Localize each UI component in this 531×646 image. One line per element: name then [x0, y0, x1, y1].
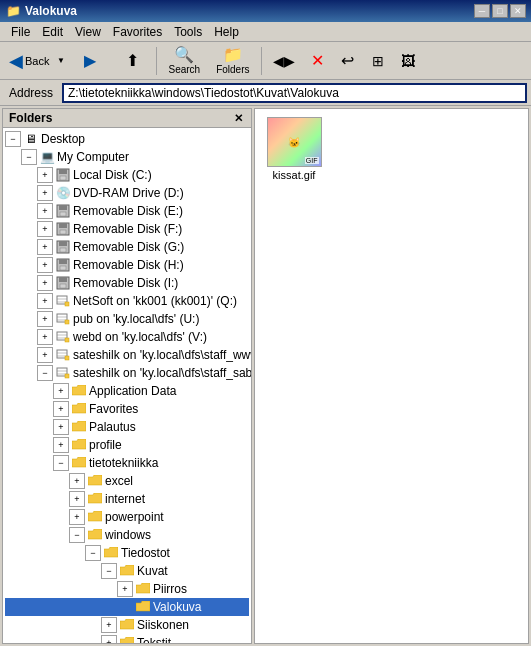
menu-bar: FileEditViewFavoritesToolsHelp: [0, 22, 531, 42]
tree-expander-removable_h[interactable]: +: [37, 257, 53, 273]
tree-expander-pub[interactable]: +: [37, 311, 53, 327]
tree-expander-mycomputer[interactable]: −: [21, 149, 37, 165]
tree-item-excel[interactable]: +excel: [5, 472, 249, 490]
tree-expander-tiedostot[interactable]: −: [85, 545, 101, 561]
tree-item-siiskonen[interactable]: +Siiskonen: [5, 616, 249, 634]
tree-icon-removable_f: [55, 221, 71, 237]
minimize-button[interactable]: ─: [474, 4, 490, 18]
address-label: Address: [4, 84, 58, 102]
tree-expander-windows[interactable]: −: [69, 527, 85, 543]
folders-tree[interactable]: −🖥Desktop−💻My Computer+Local Disk (C:)+💿…: [3, 128, 251, 643]
tree-label-desktop: Desktop: [41, 132, 85, 146]
tree-expander-tietotekniikka[interactable]: −: [53, 455, 69, 471]
tree-item-tekstit[interactable]: +Tekstit: [5, 634, 249, 643]
right-panel: 🐱 kissat.gif: [254, 108, 529, 644]
tree-item-tietotekniikka[interactable]: −tietotekniikka: [5, 454, 249, 472]
tree-label-removable_f: Removable Disk (F:): [73, 222, 182, 236]
tree-expander-appdata[interactable]: +: [53, 383, 69, 399]
tree-item-dvdram[interactable]: +💿DVD-RAM Drive (D:): [5, 184, 249, 202]
menu-item-file[interactable]: File: [5, 24, 36, 40]
tree-item-palautus[interactable]: +Palautus: [5, 418, 249, 436]
tree-item-profile[interactable]: +profile: [5, 436, 249, 454]
tree-expander-sateshilk_z[interactable]: −: [37, 365, 53, 381]
menu-item-favorites[interactable]: Favorites: [107, 24, 168, 40]
tree-expander-tekstit[interactable]: +: [101, 635, 117, 643]
tree-item-pub[interactable]: +pub on 'ky.local\dfs' (U:): [5, 310, 249, 328]
tree-label-tekstit: Tekstit: [137, 636, 171, 643]
tree-icon-piirros: [135, 581, 151, 597]
address-input[interactable]: [62, 83, 527, 103]
back-dropdown-arrow[interactable]: ▼: [54, 44, 68, 78]
back-button[interactable]: ◀ Back: [4, 44, 54, 78]
tree-item-piirros[interactable]: +Piirros: [5, 580, 249, 598]
tree-expander-dvdram[interactable]: +: [37, 185, 53, 201]
search-button[interactable]: 🔍 Search: [161, 44, 207, 78]
tree-item-netsoft[interactable]: +NetSoft on 'kk001 (kk001)' (Q:): [5, 292, 249, 310]
tree-expander-removable_e[interactable]: +: [37, 203, 53, 219]
tree-item-removable_f[interactable]: +Removable Disk (F:): [5, 220, 249, 238]
tree-item-appdata[interactable]: +Application Data: [5, 382, 249, 400]
menu-item-view[interactable]: View: [69, 24, 107, 40]
tree-item-removable_g[interactable]: +Removable Disk (G:): [5, 238, 249, 256]
file-item[interactable]: 🐱 kissat.gif: [259, 113, 329, 185]
tree-expander-internet[interactable]: +: [69, 491, 85, 507]
tree-expander-kuvat[interactable]: −: [101, 563, 117, 579]
folders-button[interactable]: 📁 Folders: [209, 44, 256, 78]
tree-item-localc[interactable]: +Local Disk (C:): [5, 166, 249, 184]
tree-item-desktop[interactable]: −🖥Desktop: [5, 130, 249, 148]
action-btn-view[interactable]: ⊞: [364, 44, 392, 78]
tree-item-tiedostot[interactable]: −Tiedostot: [5, 544, 249, 562]
tree-item-removable_e[interactable]: +Removable Disk (E:): [5, 202, 249, 220]
tree-item-kuvat[interactable]: −Kuvat: [5, 562, 249, 580]
menu-item-tools[interactable]: Tools: [168, 24, 208, 40]
action-btn-1[interactable]: ◀▶: [266, 44, 302, 78]
tree-expander-profile[interactable]: +: [53, 437, 69, 453]
tree-expander-desktop[interactable]: −: [5, 131, 21, 147]
tree-item-mycomputer[interactable]: −💻My Computer: [5, 148, 249, 166]
tree-expander-webd[interactable]: +: [37, 329, 53, 345]
forward-button[interactable]: ▶: [70, 44, 110, 78]
up-button[interactable]: ⬆: [112, 44, 152, 78]
tree-expander-removable_g[interactable]: +: [37, 239, 53, 255]
tree-item-removable_h[interactable]: +Removable Disk (H:): [5, 256, 249, 274]
tree-item-sateshilk_z[interactable]: −sateshilk on 'ky.local\dfs\staff_sabu' …: [5, 364, 249, 382]
action-btn-delete[interactable]: ✕: [304, 44, 332, 78]
window-title: Valokuva: [25, 4, 474, 18]
action-btn-5[interactable]: 🖼: [394, 44, 422, 78]
tree-label-valokuva: Valokuva: [153, 600, 201, 614]
tree-item-webd[interactable]: +webd on 'ky.local\dfs' (V:): [5, 328, 249, 346]
tree-expander-favorites[interactable]: +: [53, 401, 69, 417]
tree-item-internet[interactable]: +internet: [5, 490, 249, 508]
tree-expander-powerpoint[interactable]: +: [69, 509, 85, 525]
action-btn-undo[interactable]: ↩: [334, 44, 362, 78]
tree-item-windows[interactable]: −windows: [5, 526, 249, 544]
tree-expander-localc[interactable]: +: [37, 167, 53, 183]
folders-panel-close[interactable]: ✕: [232, 112, 245, 125]
tree-expander-removable_f[interactable]: +: [37, 221, 53, 237]
tree-item-valokuva[interactable]: Valokuva: [5, 598, 249, 616]
tree-expander-palautus[interactable]: +: [53, 419, 69, 435]
tree-item-favorites[interactable]: +Favorites: [5, 400, 249, 418]
tree-expander-netsoft[interactable]: +: [37, 293, 53, 309]
tree-icon-tekstit: [119, 635, 135, 643]
maximize-button[interactable]: □: [492, 4, 508, 18]
tree-item-sateshilk_w[interactable]: +sateshilk on 'ky.local\dfs\staff_wwwroo…: [5, 346, 249, 364]
toolbar-separator-1: [156, 47, 157, 75]
tree-item-powerpoint[interactable]: +powerpoint: [5, 508, 249, 526]
tree-expander-siiskonen[interactable]: +: [101, 617, 117, 633]
tree-item-removable_i[interactable]: +Removable Disk (I:): [5, 274, 249, 292]
tree-label-powerpoint: powerpoint: [105, 510, 164, 524]
tree-expander-piirros[interactable]: +: [117, 581, 133, 597]
tree-label-sateshilk_z: sateshilk on 'ky.local\dfs\staff_sabu' (…: [73, 366, 251, 380]
tree-expander-excel[interactable]: +: [69, 473, 85, 489]
tree-expander-sateshilk_w[interactable]: +: [37, 347, 53, 363]
tree-expander-valokuva: [117, 599, 133, 615]
svg-rect-25: [65, 320, 69, 324]
menu-item-edit[interactable]: Edit: [36, 24, 69, 40]
menu-item-help[interactable]: Help: [208, 24, 245, 40]
close-button[interactable]: ✕: [510, 4, 526, 18]
tree-expander-removable_i[interactable]: +: [37, 275, 53, 291]
tree-label-localc: Local Disk (C:): [73, 168, 152, 182]
tree-icon-favorites: [71, 401, 87, 417]
tree-icon-removable_i: [55, 275, 71, 291]
